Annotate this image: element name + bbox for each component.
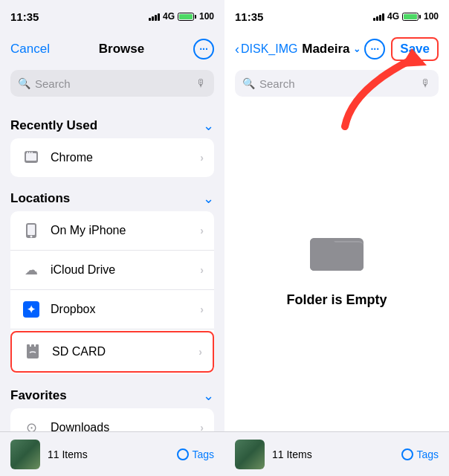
svg-point-7 [30,236,33,238]
nav-bar-right: ‹ DISK_IMG Madeira ⌄ ··· Save [224,33,449,65]
search-icon-left: 🔍 [18,77,30,89]
cancel-button[interactable]: Cancel [10,42,50,57]
on-my-iphone-label: On My iPhone [51,224,200,237]
dropbox-label: Dropbox [51,303,200,316]
svg-rect-10 [31,344,34,349]
chrome-label: Chrome [51,151,200,164]
search-bar-right[interactable]: 🔍 Search 🎙 [235,70,439,97]
locations-chevron[interactable]: ⌄ [203,190,214,207]
list-item-dropbox[interactable]: ✦ Dropbox › [10,290,214,329]
favorites-title: Favorites [10,388,67,403]
locations-list: On My iPhone › ☁ iCloud Drive › ✦ Dropbo… [10,211,214,374]
section-recently-used-header: Recently Used ⌄ [0,104,224,138]
empty-folder-icon [310,228,364,283]
section-favorites-header: Favorites ⌄ [0,374,224,408]
sdcard-icon [22,341,43,362]
signal-type-right: 4G [387,11,399,22]
favorites-chevron[interactable]: ⌄ [203,387,214,404]
nav-bar-left: Cancel Browse ··· [0,33,224,65]
chrome-chevron: › [200,152,204,164]
downloads-icon: ⊙ [21,417,42,431]
svg-rect-1 [26,153,36,161]
iphone-icon [21,220,42,241]
search-icon-right: 🔍 [242,77,255,89]
battery-pct-right: 100 [424,11,439,22]
mic-icon-right[interactable]: 🎙 [421,77,431,89]
list-item-icloud[interactable]: ☁ iCloud Drive › [10,251,214,290]
left-panel: 11:35 4G 100 Cancel Browse ··· [0,0,224,476]
icloud-icon: ☁ [21,260,42,280]
thumbnail-right [235,440,265,469]
downloads-chevron: › [200,422,204,431]
icloud-label: iCloud Drive [51,263,200,277]
scroll-content-left: Recently Used ⌄ Chrome › Lo [0,104,224,431]
bottom-bar-left: 11 Items Tags [0,431,224,476]
right-panel: 11:35 4G 100 ‹ DISK_IMG Madeira [224,0,449,476]
list-item-downloads[interactable]: ⊙ Downloads › [10,408,214,431]
status-icons-right: 4G 100 [373,11,439,22]
status-bar-left: 11:35 4G 100 [0,0,224,33]
battery-right [402,13,421,21]
battery-left [178,13,196,21]
nav-right-actions: ··· Save [364,37,439,61]
battery-pct-left: 100 [199,11,214,22]
sd-card-chevron: › [198,346,202,358]
section-locations-header: Locations ⌄ [0,177,224,211]
icloud-chevron: › [200,264,204,276]
item-count-right: 11 Items [272,448,401,460]
recently-used-list: Chrome › [10,138,214,177]
list-item-chrome[interactable]: Chrome › [10,138,214,177]
back-label: DISK_IMG [241,42,297,56]
browse-title: Browse [99,42,144,57]
status-bar-right: 11:35 4G 100 [224,0,449,33]
dropbox-chevron: › [200,303,204,315]
thumbnail-left [10,440,40,469]
chrome-icon [21,147,42,168]
tags-button-left[interactable]: Tags [177,448,214,460]
more-button-right[interactable]: ··· [364,39,385,60]
status-icons-left: 4G 100 [149,11,214,22]
recently-used-chevron[interactable]: ⌄ [203,118,214,134]
save-button[interactable]: Save [391,37,439,61]
locations-title: Locations [10,191,70,206]
item-count-left: 11 Items [48,448,177,460]
favorites-list: ⊙ Downloads › [10,408,214,431]
folder-title: Madeira ⌄ [300,42,361,57]
empty-folder-text: Folder is Empty [286,292,387,308]
folder-title-chevron-icon[interactable]: ⌄ [353,44,361,54]
on-my-iphone-chevron: › [200,225,204,237]
search-placeholder-right: Search [259,77,416,90]
list-item-on-my-iphone[interactable]: On My iPhone › [10,211,214,251]
back-button[interactable]: ‹ DISK_IMG [235,42,297,57]
search-bar-left[interactable]: 🔍 Search 🎙 [10,70,214,97]
svg-point-4 [31,152,33,153]
mic-icon-left[interactable]: 🎙 [196,77,207,89]
tag-icon-left [177,448,189,460]
status-time-left: 11:35 [10,10,39,23]
svg-point-3 [29,152,30,153]
tag-icon-right [401,448,413,460]
downloads-label: Downloads [51,421,200,431]
svg-rect-6 [28,225,35,235]
signal-type-left: 4G [163,11,175,22]
recently-used-title: Recently Used [10,118,97,133]
more-button-left[interactable]: ··· [193,39,214,60]
status-time-right: 11:35 [235,10,263,23]
bottom-bar-right: 11 Items Tags [224,431,449,476]
svg-rect-9 [27,344,30,349]
svg-point-2 [27,152,28,153]
sd-card-label: SD CARD [52,345,198,358]
empty-folder-state: Folder is Empty [224,104,449,431]
tags-button-right[interactable]: Tags [401,448,439,460]
list-item-sd-card[interactable]: SD CARD › [10,331,214,373]
dropbox-icon: ✦ [21,299,42,320]
signal-bars-right [373,12,384,21]
signal-bars-left [149,12,160,21]
search-placeholder-left: Search [35,77,192,90]
back-chevron-icon: ‹ [235,42,239,57]
folder-title-text: Madeira [302,42,349,57]
svg-rect-11 [36,344,39,349]
